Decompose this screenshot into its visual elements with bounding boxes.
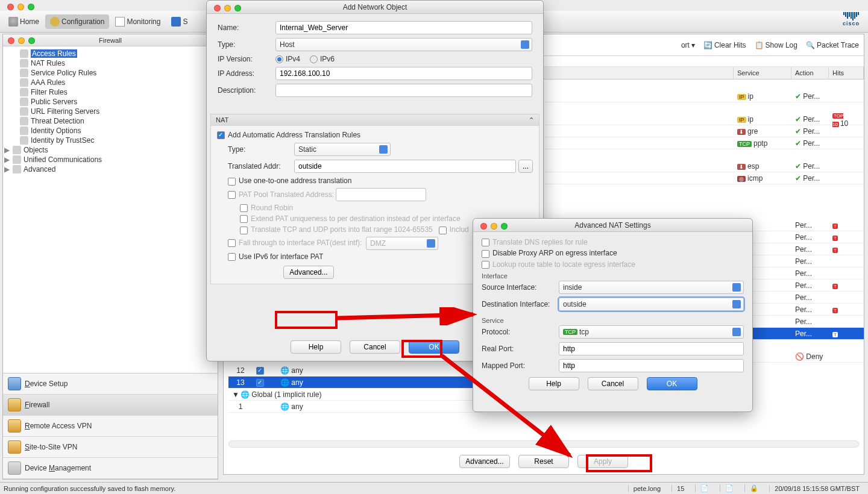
src-iface-select[interactable]: inside	[559, 281, 744, 294]
modal1-title-bar[interactable]: Add Network Object	[207, 1, 543, 14]
desc-input[interactable]	[275, 84, 532, 97]
main-reset-button[interactable]: Reset	[518, 455, 569, 468]
col-service[interactable]: Service	[734, 67, 791, 79]
cisco-text: cisco	[843, 20, 860, 27]
rule-row[interactable]: Per...	[734, 267, 864, 280]
auto-nat-checkbox[interactable]	[217, 131, 225, 139]
col-action[interactable]: Action	[791, 67, 829, 79]
nav-device-mgmt[interactable]: Device Management	[3, 458, 218, 479]
rule-row-selected[interactable]: Per...T	[734, 328, 864, 340]
type-select[interactable]: Host	[275, 38, 532, 51]
left-traffic-lights[interactable]	[3, 35, 40, 46]
nat-type-select[interactable]: Static	[294, 143, 391, 156]
dst-iface-select[interactable]: outside	[559, 298, 744, 311]
rule-row-12[interactable]: 12🌐 any	[228, 364, 482, 377]
tree-threat-detection[interactable]: Threat Detection	[11, 116, 218, 126]
rule-row[interactable]: Per...	[734, 316, 864, 328]
rule-row[interactable]: Per...T	[734, 280, 864, 292]
rr-checkbox	[240, 204, 248, 212]
modal2-title-bar[interactable]: Advanced NAT Settings	[473, 219, 752, 232]
patpool-input	[336, 188, 426, 201]
firewall-tree[interactable]: Access Rules NAT Rules Service Policy Ru…	[3, 46, 218, 373]
nav-remote-vpn[interactable]: Remote Access VPN	[3, 416, 218, 437]
tree-access-rules[interactable]: Access Rules	[11, 49, 218, 58]
tree-service-policy[interactable]: Service Policy Rules	[11, 68, 218, 78]
status-user: pete.long	[628, 485, 665, 492]
modal1-traffic[interactable]	[209, 2, 246, 14]
rule-row[interactable]: Per...T	[734, 219, 864, 231]
modal1-cancel-button[interactable]: Cancel	[350, 340, 400, 354]
taddr-label: Translated Addr:	[228, 162, 294, 170]
lookup-checkbox	[482, 261, 489, 269]
tree-identity-trustsec[interactable]: Identity by TrustSec	[11, 136, 218, 145]
save-button[interactable]: S	[166, 14, 192, 29]
horizontal-scrollbar[interactable]	[228, 440, 859, 448]
modal2-title: Advanced NAT Settings	[574, 221, 650, 230]
rule-row-13[interactable]: 13🌐 any	[228, 377, 482, 389]
rule-row-global-1[interactable]: 1🌐 any	[228, 401, 482, 413]
main-apply-button[interactable]: Apply	[577, 455, 628, 468]
tree-objects[interactable]: ▶Objects	[4, 145, 218, 155]
global-group[interactable]: ▼🌐 Global (1 implicit rule)	[228, 389, 482, 401]
monitoring-button[interactable]: Monitoring	[110, 14, 165, 29]
rule-row[interactable]: Per...	[734, 255, 864, 267]
rule-row[interactable]: 🚫 Deny	[734, 351, 864, 363]
left-pane: Firewall Access Rules NAT Rules Service …	[2, 34, 218, 480]
home-button[interactable]: Home	[4, 14, 44, 29]
action-show-log[interactable]: 📋 Show Log	[755, 41, 797, 49]
tree-unified-comm[interactable]: ▶Unified Communications	[4, 155, 218, 164]
action-packet-trace[interactable]: 🔍 Packet Trace	[806, 41, 859, 49]
action-ort[interactable]: ort ▾	[681, 41, 695, 49]
nav-device-setup[interactable]: Device Setup	[3, 374, 218, 395]
main-advanced-button[interactable]: Advanced...	[459, 455, 510, 468]
tree-filter-rules[interactable]: Filter Rules	[11, 87, 218, 97]
tree-advanced[interactable]: ▶Advanced	[4, 164, 218, 174]
left-title: Firewall	[99, 37, 122, 44]
mapped-port-input[interactable]	[559, 359, 744, 372]
taddr-input[interactable]	[294, 160, 516, 173]
modal2-help-button[interactable]: Help	[529, 377, 579, 390]
nat-header[interactable]: NAT⌃	[211, 114, 539, 126]
tree-identity-options[interactable]: Identity Options	[11, 126, 218, 136]
ipver-label: IP Version:	[218, 55, 275, 63]
bottom-rule-rows: 12🌐 any 13🌐 any ▼🌐 Global (1 implicit ru…	[228, 364, 482, 413]
modal2-ok-button[interactable]: OK	[647, 377, 697, 390]
modal1-help-button[interactable]: Help	[291, 340, 341, 354]
col-hits[interactable]: Hits	[829, 67, 864, 79]
ipv6-radio[interactable]	[310, 55, 318, 63]
oneone-checkbox[interactable]	[228, 178, 236, 186]
home-label: Home	[20, 17, 39, 26]
modal1-ok-button[interactable]: OK	[409, 340, 459, 354]
dns-checkbox	[482, 239, 489, 246]
proxyarp-checkbox[interactable]	[482, 250, 489, 258]
ipaddr-input[interactable]	[275, 67, 532, 80]
rule-row[interactable]: Per...T	[734, 304, 864, 316]
nav-site-vpn[interactable]: Site-to-Site VPN	[3, 437, 218, 458]
real-port-input[interactable]	[559, 342, 744, 355]
taddr-browse[interactable]: ...	[518, 160, 533, 173]
ipv4-radio[interactable]	[275, 55, 283, 63]
rule-row[interactable]: Per...T	[734, 231, 864, 243]
mapped-port-label: Mapped Port:	[482, 361, 559, 370]
modal2-cancel-button[interactable]: Cancel	[588, 377, 638, 390]
tree-public-servers[interactable]: Public Servers	[11, 97, 218, 107]
configuration-button[interactable]: Configuration	[45, 14, 109, 29]
ipv6pat-checkbox[interactable]	[228, 253, 236, 261]
protocol-label: Protocol:	[482, 328, 559, 336]
rule-row[interactable]: Per...T	[734, 243, 864, 255]
nat-advanced-button[interactable]: Advanced...	[283, 266, 334, 279]
rule-row[interactable]: Per...	[734, 292, 864, 304]
status-bar: Running configuration successfully saved…	[0, 482, 868, 494]
name-label: Name:	[218, 23, 275, 32]
cisco-logo: cisco	[843, 12, 860, 27]
nav-firewall[interactable]: Firewall	[3, 395, 218, 416]
protocol-select[interactable]: TCP tcp	[559, 325, 744, 339]
monitoring-label: Monitoring	[127, 17, 160, 26]
tree-aaa-rules[interactable]: AAA Rules	[11, 78, 218, 87]
name-input[interactable]	[275, 21, 532, 34]
tree-nat-rules[interactable]: NAT Rules	[11, 58, 218, 68]
action-clear-hits[interactable]: 🔄 Clear Hits	[703, 41, 746, 49]
lock-icon: 🔒	[744, 484, 763, 492]
modal2-traffic[interactable]	[476, 220, 512, 232]
tree-url-filtering[interactable]: URL Filtering Servers	[11, 107, 218, 116]
